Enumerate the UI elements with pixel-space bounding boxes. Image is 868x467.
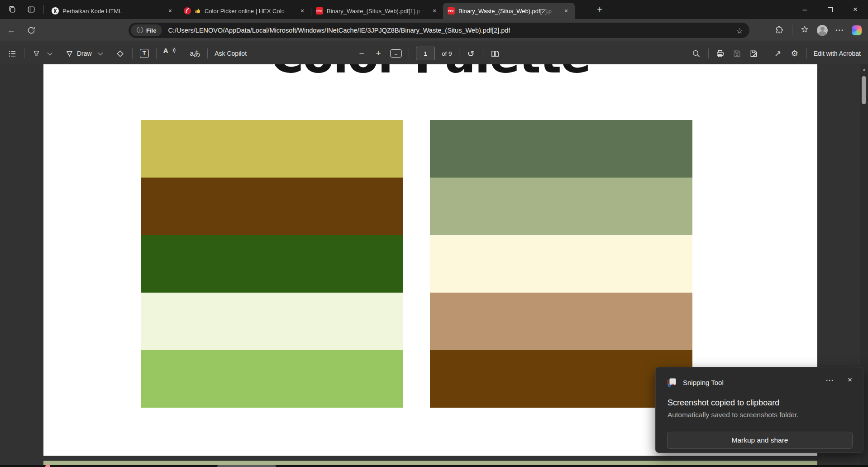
rotate-button[interactable]: ↺ [466, 47, 476, 60]
copilot-icon[interactable] [852, 25, 862, 35]
divider [43, 5, 44, 14]
tab-pdf-2-active[interactable]: PDF Binary_Waste_(Situs_Web).pdf[2].p × [443, 3, 575, 19]
color-swatch-right [430, 178, 692, 235]
address-bar-row: ← ⓘ File C:/Users/LENOVO/AppData/Local/M… [0, 19, 868, 42]
chevron-down-icon[interactable] [98, 50, 103, 55]
color-swatch-right [430, 235, 692, 293]
tab-bar: Perbaikan Kode HTML × Color Picker onlin… [0, 0, 868, 19]
read-aloud-button[interactable]: A [163, 47, 176, 60]
scrollbar-thumb[interactable] [862, 76, 866, 104]
divider [207, 48, 208, 58]
pdf-page-2-preview [43, 461, 817, 465]
divider [183, 48, 183, 58]
draw-tool-button[interactable]: Draw [65, 47, 92, 60]
pdf-toolbar: Draw T A aあ Ask Copilot − + ↔ 1 of 9 [0, 42, 868, 64]
draw-label: Draw [77, 50, 92, 57]
highlight-tool-button[interactable] [31, 47, 41, 60]
color-swatch-left [141, 350, 403, 408]
color-swatch-left [141, 293, 403, 350]
color-swatch-left [141, 235, 403, 293]
markup-and-share-button[interactable]: Markup and share [667, 432, 853, 449]
table-of-contents-icon[interactable] [7, 47, 17, 60]
close-window-button[interactable]: × [843, 0, 868, 19]
address-url-field[interactable]: ⓘ File C:/Users/LENOVO/AppData/Local/Mic… [129, 23, 749, 38]
thumbs-up-emoji-icon [195, 8, 201, 14]
restore-button[interactable] [817, 0, 843, 19]
search-icon[interactable] [692, 47, 701, 60]
new-tab-button[interactable]: + [594, 4, 606, 15]
document-title: Color Palette [43, 64, 817, 80]
color-picker-favicon-icon [184, 7, 191, 14]
profile-avatar[interactable] [817, 25, 828, 36]
tab-close-icon[interactable]: × [562, 7, 570, 15]
tab-close-icon[interactable]: × [298, 7, 306, 15]
browser-window: Perbaikan Kode HTML × Color Picker onlin… [0, 0, 868, 467]
tab-color-picker[interactable]: Color Picker online | HEX Colo × [179, 3, 311, 19]
tab-close-icon[interactable]: × [430, 7, 439, 15]
favorite-star-icon[interactable]: ☆ [736, 26, 743, 36]
taskbar-dot [45, 464, 50, 467]
print-icon[interactable] [715, 47, 725, 60]
tab-title: Binary_Waste_(Situs_Web).pdf[2].p [458, 8, 558, 14]
edit-with-acrobat-button[interactable]: Edit with Acrobat [814, 47, 861, 60]
pdf-favicon-icon: PDF [448, 7, 455, 14]
notification-title: Screenshot copied to clipboard [668, 398, 779, 408]
translate-button[interactable]: aあ [190, 47, 201, 60]
page-count-label: of 9 [442, 50, 452, 57]
tab-title: Color Picker online | HEX Colo [205, 8, 295, 14]
color-swatch-right [430, 120, 692, 178]
divider [156, 48, 157, 58]
extensions-icon[interactable] [775, 25, 784, 36]
favorites-icon[interactable] [800, 25, 809, 36]
palette-column-left [141, 120, 403, 408]
file-scheme-label: File [146, 27, 156, 34]
settings-gear-icon[interactable]: ⚙ [790, 47, 800, 60]
save-as-icon[interactable] [749, 47, 759, 60]
restore-icon [828, 7, 833, 12]
color-swatch-left [141, 120, 403, 178]
tab-perbaikan-kode-html[interactable]: Perbaikan Kode HTML × [47, 3, 179, 19]
workspaces-icon[interactable] [6, 4, 18, 15]
taskbar-pill [217, 465, 276, 467]
fullscreen-icon[interactable]: ↗ [773, 47, 783, 60]
ask-copilot-button[interactable]: Ask Copilot [215, 47, 247, 60]
vertical-tabs-icon[interactable] [25, 4, 37, 15]
add-text-button[interactable]: T [139, 47, 149, 60]
page-number-input[interactable]: 1 [416, 47, 435, 60]
color-swatch-right [430, 293, 692, 350]
tab-close-icon[interactable]: × [166, 7, 174, 15]
notification-subtitle: Automatically saved to screenshots folde… [668, 411, 798, 419]
pdf-favicon-icon: PDF [316, 7, 323, 14]
notification-close-icon[interactable]: × [848, 376, 852, 385]
erase-tool-button[interactable] [115, 47, 125, 60]
snipping-tool-icon [668, 377, 677, 387]
minimize-button[interactable]: ─ [792, 0, 817, 19]
divider [792, 25, 792, 35]
fit-to-width-button[interactable]: ↔ [390, 47, 402, 60]
zoom-out-button[interactable]: − [357, 47, 367, 60]
tab-pdf-1[interactable]: PDF Binary_Waste_(Situs_Web).pdf[1].p × [311, 3, 443, 19]
back-button[interactable]: ← [5, 24, 17, 36]
tab-strip: Perbaikan Kode HTML × Color Picker onlin… [47, 3, 575, 19]
zoom-in-button[interactable]: + [373, 47, 383, 60]
browser-menu-icon[interactable]: ··· [835, 26, 844, 34]
snipping-tool-notification: Snipping Tool ··· × Screenshot copied to… [655, 367, 863, 453]
notification-menu-icon[interactable]: ··· [826, 376, 834, 384]
color-swatch-left [141, 178, 403, 235]
scheme-chip[interactable]: ⓘ File [131, 24, 162, 36]
scroll-up-arrow-icon[interactable]: ▲ [860, 67, 868, 72]
refresh-button[interactable] [25, 24, 37, 36]
notification-app-name: Snipping Tool [683, 379, 724, 386]
url-text: C:/Users/LENOVO/AppData/Local/Microsoft/… [168, 27, 510, 34]
chatgpt-favicon-icon [52, 7, 59, 14]
bottom-edge-bar [0, 465, 868, 467]
divider [806, 48, 807, 58]
color-swatch-right [430, 350, 692, 408]
palette-column-right [430, 120, 692, 408]
divider [132, 48, 133, 58]
chevron-down-icon[interactable] [47, 50, 52, 55]
tab-title: Binary_Waste_(Situs_Web).pdf[1].p [327, 8, 427, 14]
page-view-button[interactable] [490, 47, 500, 60]
save-icon [732, 47, 742, 60]
divider [708, 48, 709, 58]
